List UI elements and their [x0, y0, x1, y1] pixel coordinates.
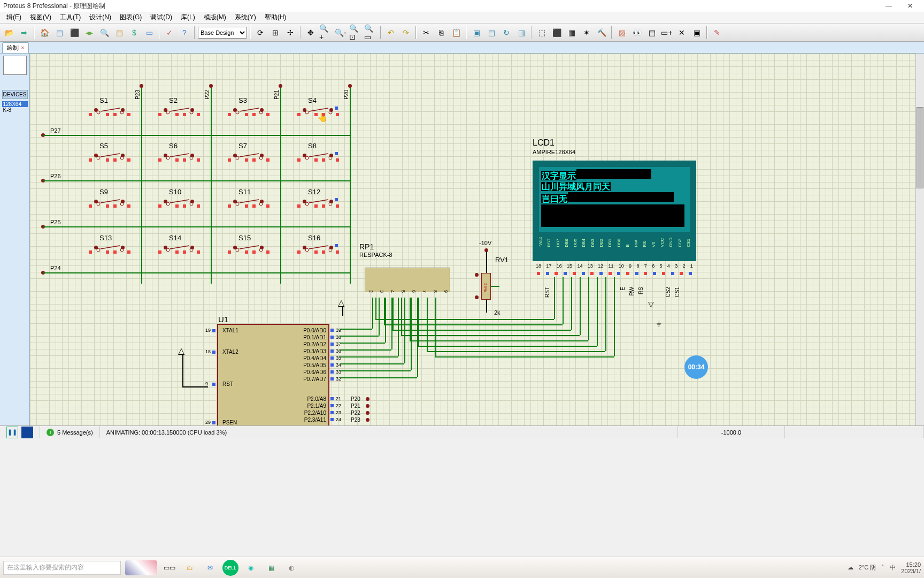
mail-icon[interactable]: ✉: [202, 560, 218, 576]
menu-tools[interactable]: 工具(T): [56, 13, 85, 22]
menu-design[interactable]: 设计(N): [85, 13, 116, 22]
task-view-icon[interactable]: ▭▭: [161, 560, 178, 576]
search-icon[interactable]: 🔍: [97, 26, 111, 40]
redo-icon[interactable]: ↷: [399, 26, 413, 40]
paste-icon[interactable]: 📋: [449, 26, 463, 40]
push-button-switch[interactable]: S14: [164, 242, 196, 254]
push-button-switch[interactable]: S12: [303, 196, 335, 208]
zoomarea-icon[interactable]: 🔍▭: [364, 26, 378, 40]
menu-help[interactable]: 帮助(H): [260, 13, 291, 22]
tray-chevron-icon[interactable]: ˄: [881, 564, 884, 571]
weather-text[interactable]: 2°C 阴: [859, 564, 876, 572]
ime-indicator[interactable]: 中: [890, 564, 896, 572]
app-icon[interactable]: ◐: [283, 560, 299, 576]
zoomout-icon[interactable]: 🔍-: [334, 26, 348, 40]
device-item[interactable]: 128X64: [2, 101, 28, 107]
overview-thumbnail[interactable]: [3, 56, 27, 75]
edit-icon[interactable]: ✎: [710, 26, 724, 40]
design-select[interactable]: Base Design: [198, 27, 247, 39]
push-button-switch[interactable]: S10: [164, 196, 196, 208]
potentiometer[interactable]: 25%: [481, 273, 491, 300]
check-icon[interactable]: ✓: [163, 26, 176, 40]
pan-icon[interactable]: ✥: [304, 26, 318, 40]
excel-icon[interactable]: ▦: [263, 560, 279, 576]
message-count[interactable]: 5 Message(s): [57, 429, 93, 436]
svg-point-6: [236, 111, 239, 114]
bom-icon[interactable]: ▦: [112, 26, 126, 40]
tab-close-icon[interactable]: ×: [21, 44, 24, 51]
menu-template[interactable]: 模版(M): [199, 13, 230, 22]
save-icon[interactable]: ➡: [17, 26, 31, 40]
pcb-icon[interactable]: ⬛: [67, 26, 81, 40]
block-rotate-icon[interactable]: ↻: [499, 26, 513, 40]
zoomin-icon[interactable]: 🔍+: [319, 26, 333, 40]
push-button-switch[interactable]: S9: [94, 196, 126, 208]
block-delete-icon[interactable]: ▥: [514, 26, 528, 40]
menu-view[interactable]: 视图(V): [26, 13, 56, 22]
push-button-switch[interactable]: S2: [164, 105, 196, 117]
delete-sheet-icon[interactable]: ✕: [675, 26, 689, 40]
autoroute-icon[interactable]: ▨: [615, 26, 629, 40]
push-button-switch[interactable]: S7: [233, 150, 265, 162]
cost-icon[interactable]: $: [127, 26, 141, 40]
clock-date[interactable]: 2023/1/: [901, 568, 921, 574]
push-button-switch[interactable]: S13: [94, 242, 126, 254]
close-button[interactable]: ✕: [899, 2, 921, 10]
push-button-switch[interactable]: S11: [233, 196, 265, 208]
edge-icon[interactable]: ◉: [243, 560, 259, 576]
exit-icon[interactable]: ▣: [690, 26, 704, 40]
explorer-icon[interactable]: 🗂: [182, 560, 198, 576]
origin-icon[interactable]: ✢: [283, 26, 297, 40]
vertical-scrollbar[interactable]: [915, 54, 924, 425]
push-button-switch[interactable]: S8: [303, 150, 335, 162]
find-icon[interactable]: 👀: [630, 26, 644, 40]
cortana-icon[interactable]: [125, 560, 157, 575]
home-icon[interactable]: 🏠: [37, 26, 51, 40]
open-icon[interactable]: 📂: [2, 26, 16, 40]
help-icon[interactable]: ?: [178, 26, 191, 40]
device-item[interactable]: K-8: [2, 107, 28, 113]
pick-icon[interactable]: ⬚: [535, 26, 549, 40]
decompose-icon[interactable]: ✶: [580, 26, 594, 40]
schematic-icon[interactable]: ▤: [52, 26, 66, 40]
dell-icon[interactable]: DELL: [222, 560, 238, 576]
minimize-button[interactable]: —: [878, 2, 899, 10]
code-icon[interactable]: ▭: [142, 26, 156, 40]
clock-time[interactable]: 15:20: [901, 561, 921, 568]
push-button-switch[interactable]: S3: [233, 105, 265, 117]
block-copy-icon[interactable]: ▣: [469, 26, 483, 40]
menu-graph[interactable]: 图表(G): [116, 13, 146, 22]
zoomfit-icon[interactable]: 🔍⊡: [349, 26, 363, 40]
refresh-icon[interactable]: ⟳: [253, 26, 267, 40]
device-list[interactable]: 128X64 K-8: [2, 101, 28, 113]
stop-button[interactable]: [21, 427, 33, 438]
new-sheet-icon[interactable]: ▭+: [660, 26, 674, 40]
pause-button[interactable]: ❚❚: [6, 427, 18, 438]
property-icon[interactable]: ▤: [645, 26, 659, 40]
push-button-switch[interactable]: S6: [164, 150, 196, 162]
tab-schematic[interactable]: 绘制 ×: [2, 42, 29, 53]
pin-number: 6: [652, 263, 654, 269]
push-button-switch[interactable]: S5: [94, 150, 126, 162]
respack-component[interactable]: 2 3 4 5 6 7 8 9: [365, 268, 450, 292]
push-button-switch[interactable]: S16: [303, 242, 335, 254]
hammer-icon[interactable]: 🔨: [595, 26, 609, 40]
3d-icon[interactable]: ◂▸: [82, 26, 96, 40]
lcd-component[interactable]: 汉字显示 山川异域风月同天 岂曰无 -VoutRSTDB7DB6DB5DB4DB…: [533, 161, 696, 261]
menu-system[interactable]: 系统(Y): [230, 13, 260, 22]
cut-icon[interactable]: ✂: [419, 26, 433, 40]
menu-edit[interactable]: 辑(E): [2, 13, 26, 22]
block-move-icon[interactable]: ▤: [484, 26, 498, 40]
copy-icon[interactable]: ⎘: [434, 26, 448, 40]
grid-icon[interactable]: ⊞: [268, 26, 282, 40]
push-button-switch[interactable]: S15: [233, 242, 265, 254]
weather-icon[interactable]: ☁: [848, 564, 853, 571]
package-icon[interactable]: ▦: [565, 26, 579, 40]
schematic-canvas[interactable]: P23 P22 P21 P20 P27 P26 P25 P24 S1: [30, 54, 915, 425]
search-input[interactable]: 在这里输入你要搜索的内容: [3, 561, 121, 575]
menu-library[interactable]: 库(L): [176, 13, 199, 22]
push-button-switch[interactable]: S1: [94, 105, 126, 117]
menu-debug[interactable]: 调试(D): [146, 13, 176, 22]
make-icon[interactable]: ⬛: [550, 26, 564, 40]
undo-icon[interactable]: ↶: [384, 26, 398, 40]
